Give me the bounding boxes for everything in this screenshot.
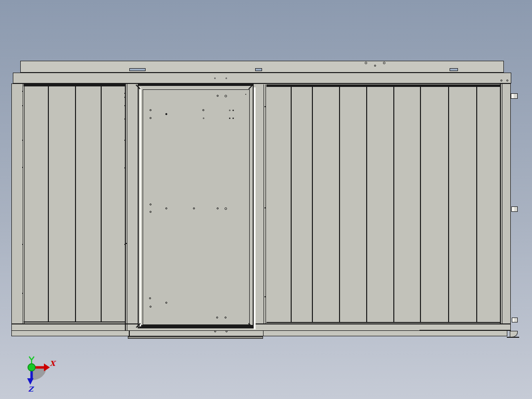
- rivet-hole: [374, 65, 376, 67]
- seam-tick: [22, 105, 23, 106]
- rivet-hole: [226, 330, 228, 332]
- seam-tick: [22, 167, 23, 168]
- rivet-hole: [245, 94, 246, 95]
- rivet-hole: [232, 118, 234, 119]
- bottom-rail-lower: [11, 330, 507, 336]
- panel-seam-line: [75, 86, 76, 322]
- seam-tick: [126, 243, 127, 244]
- rivet-hole: [216, 317, 218, 319]
- door-sill-strip: [128, 336, 263, 339]
- hinge-tab: [512, 318, 518, 322]
- panel-seam-line: [339, 87, 340, 322]
- rivet-hole: [225, 207, 227, 210]
- rivet-hole: [193, 207, 195, 209]
- rivet-hole: [229, 118, 230, 119]
- rail-seam-line: [419, 330, 511, 331]
- seam-tick: [124, 140, 125, 141]
- panel-seam-line: [129, 331, 130, 336]
- hinge-tab: [511, 206, 518, 212]
- seam-tick: [124, 244, 125, 245]
- rivet-hole: [150, 117, 152, 119]
- door-inner-panel: [143, 89, 250, 325]
- rivet-hole: [214, 330, 216, 332]
- rivet-hole: [506, 80, 508, 81]
- seam-tick: [124, 119, 125, 120]
- left-bay-bottom-line: [24, 321, 125, 322]
- door-edge-highlight-left: [140, 87, 141, 326]
- right-bay-top-bar: [266, 84, 500, 87]
- cad-viewport[interactable]: X Z: [0, 0, 532, 399]
- rivet-hole: [225, 95, 227, 97]
- rivet-hole: [229, 110, 230, 111]
- door-top-bar: [138, 83, 254, 86]
- door-edge-highlight-right: [254, 87, 256, 329]
- panel-seam-line: [312, 87, 313, 322]
- vent-slot: [129, 68, 146, 71]
- rivet-hole: [149, 297, 151, 299]
- roof-rail: [20, 61, 504, 73]
- origin-sphere: [28, 364, 36, 371]
- panel-seam-line: [264, 84, 264, 324]
- rivet-hole: [217, 207, 219, 209]
- panel-seam-line: [101, 86, 102, 322]
- rivet-hole: [500, 80, 502, 81]
- rivet-hole: [165, 113, 167, 115]
- panel-seam-line: [393, 87, 394, 322]
- panel-seam-line: [263, 331, 264, 336]
- seam-tick: [265, 106, 266, 107]
- seam-tick: [22, 244, 23, 245]
- door-bottom-bar: [139, 325, 253, 328]
- rivet-hole: [150, 306, 152, 308]
- panel-seam-line: [502, 83, 502, 324]
- panel-seam-line: [366, 87, 367, 322]
- rivet-hole: [217, 95, 219, 97]
- wall-body: [11, 83, 511, 324]
- foot-underline: [507, 337, 519, 338]
- seam-tick: [265, 207, 266, 208]
- panel-seam-line: [500, 83, 501, 324]
- panel-seam-line: [24, 83, 25, 324]
- panel-seam-line: [48, 86, 49, 322]
- panel-seam-line: [23, 83, 23, 324]
- panel-seam-line: [476, 87, 477, 322]
- rivet-hole: [226, 78, 227, 79]
- seam-tick: [22, 140, 23, 141]
- rivet-hole: [203, 118, 204, 119]
- header-rail: [13, 73, 511, 83]
- rivet-hole: [383, 62, 385, 64]
- y-axis-stub: [29, 357, 34, 364]
- vent-slot: [255, 68, 262, 71]
- rivet-hole: [232, 110, 234, 111]
- panel-seam-line: [127, 83, 127, 331]
- rivet-hole: [225, 317, 227, 319]
- hinge-tab: [511, 93, 518, 99]
- panel-seam-line: [420, 87, 421, 322]
- rivet-hole: [150, 203, 152, 205]
- seam-tick: [22, 91, 23, 92]
- seam-tick: [124, 93, 125, 94]
- rivet-hole: [165, 207, 167, 209]
- right-bay-bottom-line: [266, 322, 500, 323]
- z-axis-label: Z: [28, 386, 33, 393]
- seam-tick: [22, 293, 23, 294]
- seam-tick: [124, 105, 125, 106]
- rivet-hole: [202, 109, 204, 111]
- model-container-panel: [0, 0, 532, 399]
- panel-seam-line: [125, 83, 126, 331]
- seam-tick: [124, 167, 125, 168]
- rivet-hole: [214, 78, 216, 79]
- rivet-hole: [365, 62, 367, 64]
- seam-tick: [124, 97, 125, 98]
- rivet-hole: [150, 109, 152, 111]
- panel-seam-line: [291, 87, 292, 322]
- x-axis-label: X: [50, 360, 55, 367]
- left-bay-top-bar: [24, 84, 125, 86]
- panel-seam-line: [448, 87, 449, 322]
- vent-slot: [450, 68, 458, 71]
- seam-tick: [265, 296, 266, 297]
- rivet-hole: [165, 302, 167, 304]
- rivet-hole: [150, 211, 152, 213]
- panel-seam-line: [266, 84, 266, 324]
